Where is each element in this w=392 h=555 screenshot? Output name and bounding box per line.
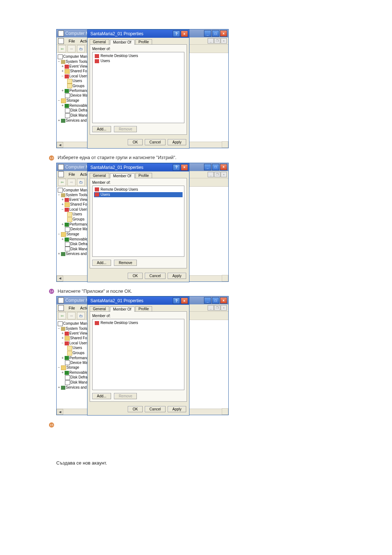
h-scrollbar[interactable]: ◀ bbox=[57, 142, 88, 148]
tab-member-of[interactable]: Member Of bbox=[110, 173, 135, 178]
tab-profile[interactable]: Profile bbox=[135, 39, 152, 44]
list-item[interactable]: Remote Desktop Users bbox=[94, 53, 183, 58]
tree-disk-management[interactable]: Disk Manag bbox=[70, 247, 88, 251]
maximize-button[interactable]: □ bbox=[212, 297, 219, 304]
help-button[interactable]: ? bbox=[173, 297, 180, 304]
ok-button[interactable]: OK bbox=[128, 139, 142, 145]
tree-device-manager[interactable]: Device Man bbox=[70, 361, 88, 365]
tree-removable[interactable]: Removable bbox=[69, 104, 88, 108]
member-of-listbox[interactable]: Remote Desktop Users Users bbox=[92, 186, 184, 257]
nav-up-button[interactable]: 🗀 bbox=[77, 179, 85, 186]
cancel-button[interactable]: Cancel bbox=[145, 273, 166, 279]
tree-storage[interactable]: Storage bbox=[66, 232, 79, 236]
tree-root[interactable]: Computer Manager bbox=[63, 54, 88, 58]
tree-event-viewer[interactable]: Event View bbox=[69, 64, 87, 68]
menu-file[interactable]: File bbox=[66, 172, 78, 177]
tree-storage[interactable]: Storage bbox=[66, 98, 79, 102]
close-button[interactable]: × bbox=[220, 30, 227, 37]
nav-up-button[interactable]: 🗀 bbox=[77, 312, 85, 319]
tree-shared-folders[interactable]: Shared Fol bbox=[70, 202, 88, 206]
tree-groups[interactable]: Groups bbox=[73, 351, 85, 355]
mdi-min[interactable]: _ bbox=[208, 305, 214, 311]
nav-tree[interactable]: Computer Manager −System Tools +Event Vi… bbox=[57, 187, 88, 281]
tree-disk-management[interactable]: Disk Manag bbox=[70, 380, 88, 384]
nav-forward-button[interactable]: ⇨ bbox=[68, 45, 75, 52]
tree-services[interactable]: Services and A bbox=[66, 118, 88, 122]
mdi-close[interactable]: × bbox=[221, 172, 227, 177]
tree-root[interactable]: Computer Manager bbox=[63, 188, 88, 192]
h-scrollbar[interactable]: ◀ bbox=[57, 275, 88, 281]
nav-back-button[interactable]: ⇦ bbox=[58, 312, 66, 319]
tree-removable[interactable]: Removable bbox=[69, 237, 88, 241]
tree-storage[interactable]: Storage bbox=[66, 365, 79, 369]
ok-button[interactable]: OK bbox=[128, 273, 142, 279]
nav-forward-button[interactable]: ⇨ bbox=[68, 312, 75, 319]
close-button[interactable]: × bbox=[181, 297, 188, 304]
tree-system-tools[interactable]: System Tools bbox=[66, 193, 87, 197]
maximize-button[interactable]: □ bbox=[212, 164, 219, 170]
add-button[interactable]: Add... bbox=[92, 126, 111, 132]
mdi-restore[interactable]: ❐ bbox=[214, 172, 220, 177]
mdi-restore[interactable]: ❐ bbox=[214, 38, 220, 44]
remove-button[interactable]: Remove bbox=[114, 260, 137, 266]
resize-grip[interactable] bbox=[222, 408, 228, 415]
tree-performance[interactable]: Performanc bbox=[69, 89, 88, 93]
tree-device-manager[interactable]: Device Man bbox=[70, 227, 88, 231]
tree-users[interactable]: Users bbox=[73, 212, 82, 216]
tree-event-viewer[interactable]: Event View bbox=[69, 198, 87, 202]
mdi-min[interactable]: _ bbox=[208, 172, 214, 177]
tree-local-users[interactable]: Local Users bbox=[69, 207, 88, 211]
mdi-min[interactable]: _ bbox=[208, 38, 214, 44]
tree-device-manager[interactable]: Device Man bbox=[70, 93, 88, 97]
menu-file[interactable]: File bbox=[66, 39, 78, 44]
h-scrollbar[interactable]: ◀ bbox=[57, 409, 88, 415]
mdi-close[interactable]: × bbox=[221, 305, 227, 311]
tree-groups[interactable]: Groups bbox=[73, 84, 85, 88]
tab-general[interactable]: General bbox=[90, 306, 109, 311]
maximize-button[interactable]: □ bbox=[212, 30, 219, 37]
tree-disk-management[interactable]: Disk Manag bbox=[70, 113, 88, 117]
minimize-button[interactable]: _ bbox=[204, 30, 211, 37]
tree-users[interactable]: Users bbox=[73, 79, 82, 83]
close-button[interactable]: × bbox=[220, 297, 227, 304]
nav-tree[interactable]: Computer Manager −System Tools +Event Vi… bbox=[57, 53, 88, 148]
tree-system-tools[interactable]: System Tools bbox=[66, 327, 87, 331]
tree-event-viewer[interactable]: Event View bbox=[69, 331, 87, 335]
tree-users[interactable]: Users bbox=[73, 346, 82, 350]
tree-removable[interactable]: Removable bbox=[69, 370, 88, 374]
tab-general[interactable]: General bbox=[90, 39, 109, 44]
tree-local-users[interactable]: Local Users bbox=[69, 341, 88, 345]
add-button[interactable]: Add... bbox=[92, 260, 111, 266]
tree-system-tools[interactable]: System Tools bbox=[66, 60, 87, 64]
member-of-listbox[interactable]: Remote Desktop Users Users bbox=[92, 52, 184, 123]
list-item-selected[interactable]: Users bbox=[94, 192, 183, 197]
resize-grip[interactable] bbox=[222, 141, 228, 148]
nav-up-button[interactable]: 🗀 bbox=[77, 45, 85, 52]
cancel-button[interactable]: Cancel bbox=[145, 406, 166, 412]
help-button[interactable]: ? bbox=[173, 31, 180, 37]
list-item[interactable]: Users bbox=[94, 58, 183, 64]
ok-button[interactable]: OK bbox=[128, 406, 142, 412]
tab-profile[interactable]: Profile bbox=[135, 173, 152, 178]
menu-file[interactable]: File bbox=[66, 305, 78, 311]
resize-grip[interactable] bbox=[222, 275, 228, 281]
tree-disk-defrag[interactable]: Disk Defrag bbox=[70, 242, 88, 246]
cancel-button[interactable]: Cancel bbox=[145, 139, 166, 145]
tree-shared-folders[interactable]: Shared Fol bbox=[70, 69, 88, 73]
tab-member-of[interactable]: Member Of bbox=[110, 40, 135, 45]
nav-tree[interactable]: Computer Manager −System Tools +Event Vi… bbox=[57, 320, 88, 415]
add-button[interactable]: Add... bbox=[92, 393, 111, 399]
tab-general[interactable]: General bbox=[90, 173, 109, 178]
tab-profile[interactable]: Profile bbox=[135, 306, 152, 311]
tree-root[interactable]: Computer Manager bbox=[63, 321, 88, 325]
nav-back-button[interactable]: ⇦ bbox=[58, 45, 66, 52]
minimize-button[interactable]: _ bbox=[204, 164, 211, 170]
mdi-close[interactable]: × bbox=[221, 38, 227, 44]
tree-groups[interactable]: Groups bbox=[73, 217, 85, 221]
tree-services[interactable]: Services and A bbox=[66, 385, 88, 389]
tree-disk-defrag[interactable]: Disk Defrag bbox=[70, 108, 88, 112]
close-button[interactable]: × bbox=[220, 164, 227, 170]
close-button[interactable]: × bbox=[181, 164, 188, 171]
nav-back-button[interactable]: ⇦ bbox=[58, 179, 66, 186]
member-of-listbox[interactable]: Remote Desktop Users bbox=[92, 319, 184, 390]
